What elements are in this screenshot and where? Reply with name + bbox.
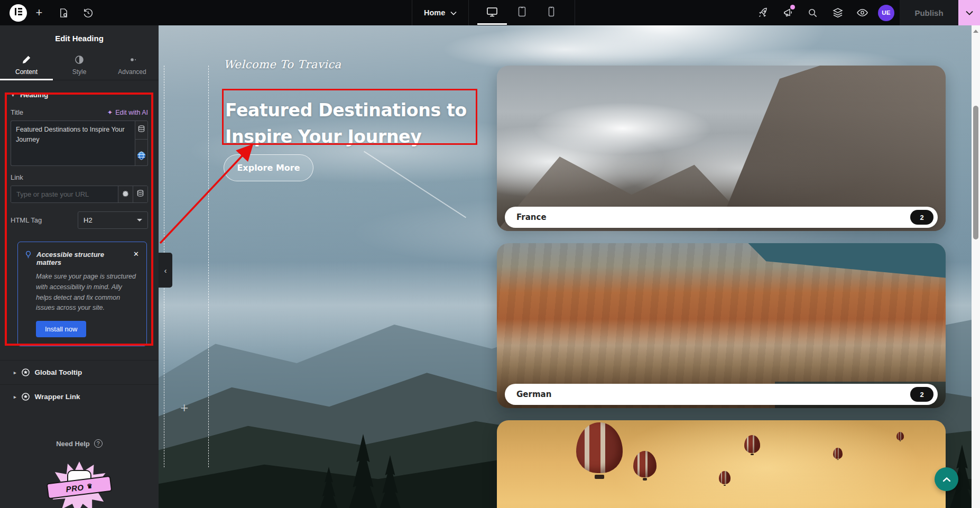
card-label: France [516, 213, 910, 222]
pencil-icon [22, 56, 31, 66]
elementor-editor: + Home [0, 0, 980, 508]
hot-air-balloon [744, 435, 760, 453]
chevron-up-icon [942, 475, 951, 484]
tab-advanced[interactable]: Advanced [106, 51, 159, 80]
panel-collapse-handle[interactable]: ‹ [159, 253, 172, 288]
accordion-global-tooltip[interactable]: ▸ Global Tooltip [0, 360, 159, 384]
panel-title-text: Edit Heading [55, 34, 104, 43]
avatar-initials: UE [882, 10, 891, 16]
scrollbar-thumb[interactable] [973, 106, 978, 239]
lightbulb-icon [24, 251, 32, 261]
device-desktop-button[interactable] [477, 0, 507, 25]
close-icon[interactable]: ✕ [133, 251, 139, 257]
plus-icon: + [36, 6, 43, 20]
notice-header: Accessible structure matters ✕ [24, 251, 139, 266]
editor-panel: Edit Heading Content Style Advanced [0, 25, 159, 508]
count-badge: 2 [910, 210, 933, 225]
globe-icon [137, 151, 146, 162]
explore-more-button[interactable]: Explore More [224, 154, 313, 181]
title-label: Title [11, 108, 23, 116]
notice-body: Make sure your page is structured with a… [36, 272, 140, 313]
top-bar-center: Home [412, 0, 575, 25]
device-mobile-button[interactable] [537, 0, 566, 25]
desktop-icon [486, 7, 498, 19]
accordion-label: Global Tooltip [35, 368, 82, 376]
whats-new-button[interactable] [775, 0, 800, 25]
accordion-wrapper-link[interactable]: ▸ Wrapper Link [0, 384, 159, 409]
question-mark-icon: ? [94, 439, 103, 448]
heading-section-toggle[interactable]: ▼ Heading [11, 91, 148, 99]
hot-air-balloon [633, 451, 657, 477]
page-scrollbar[interactable] [972, 25, 980, 508]
database-icon [138, 125, 145, 135]
user-avatar[interactable]: UE [878, 5, 894, 21]
html-tag-row: HTML Tag H2 [11, 211, 148, 229]
tab-style[interactable]: Style [53, 51, 106, 80]
link-url-input[interactable] [11, 186, 118, 202]
document-name: Home [424, 8, 445, 17]
publish-options-button[interactable] [958, 0, 980, 25]
launch-button[interactable] [751, 0, 775, 25]
card-image-balloons [497, 420, 946, 508]
eyebrow-text[interactable]: Welcome To Travica [224, 58, 341, 71]
top-bar-left: + [10, 0, 100, 25]
html-tag-select[interactable]: H2 [78, 211, 148, 229]
editor-canvas: + ‹ Welcome To Travica Featured Destinat… [159, 25, 972, 508]
device-tablet-button[interactable] [507, 0, 537, 25]
panel-tabs: Content Style Advanced [0, 51, 159, 80]
html-tag-value: H2 [84, 216, 93, 224]
caret-down-icon: ▼ [11, 93, 15, 98]
destination-cards: France 2 German 2 [497, 66, 946, 508]
destination-card-german[interactable]: German 2 [497, 243, 946, 408]
accessibility-notice: Accessible structure matters ✕ Make sure… [17, 242, 147, 346]
publish-button[interactable]: Publish [900, 0, 958, 25]
install-now-button[interactable]: Install now [36, 321, 86, 337]
elementor-menu-button[interactable] [10, 4, 27, 22]
rocket-icon [758, 7, 769, 18]
database-icon [137, 190, 144, 199]
finder-search-button[interactable] [800, 0, 825, 25]
select-caret-icon [137, 219, 142, 221]
page-heading[interactable]: Featured Destinations to Inspire Your Jo… [225, 97, 479, 150]
tab-content[interactable]: Content [0, 51, 53, 80]
search-icon [808, 8, 818, 18]
panel-title: Edit Heading [0, 25, 159, 51]
edit-with-ai-button[interactable]: ✦ Edit with AI [107, 108, 148, 116]
structure-button[interactable] [825, 0, 850, 25]
destination-card-france[interactable]: France 2 [497, 66, 946, 231]
link-field [11, 186, 148, 203]
scrollbar-up-arrow[interactable] [973, 30, 978, 33]
link-label: Link [11, 173, 148, 181]
title-editor: Featured Destinations to Inspire Your Jo… [11, 121, 148, 166]
notification-dot [790, 5, 795, 10]
link-options-button[interactable] [118, 186, 133, 202]
destination-card-balloons[interactable] [497, 420, 946, 508]
history-button[interactable] [76, 0, 100, 25]
notice-title: Accessible structure matters [36, 251, 129, 266]
gear-icon [122, 190, 129, 199]
page-settings-icon [59, 8, 69, 18]
heading-title-textarea[interactable]: Featured Destinations to Inspire Your Jo… [11, 121, 135, 166]
card-label-bar: German 2 [505, 384, 938, 405]
top-bar: + Home [0, 0, 980, 25]
tab-label: Advanced [118, 68, 146, 76]
pro-label: PRO [66, 483, 85, 494]
dynamic-tags-button[interactable] [135, 121, 148, 140]
gear-icon [128, 56, 136, 66]
hot-air-balloon [576, 422, 623, 473]
add-element-button[interactable]: + [27, 0, 51, 25]
add-column-plus-icon: + [180, 400, 188, 416]
preview-button[interactable] [850, 0, 875, 25]
caret-right-icon: ▸ [14, 394, 16, 400]
pro-star-icon [22, 368, 30, 376]
section-label: Heading [20, 91, 48, 99]
document-switcher[interactable]: Home [412, 0, 468, 25]
heading-section: ▼ Heading Title ✦ Edit with AI Featured … [0, 80, 159, 360]
scroll-to-top-button[interactable] [935, 467, 958, 491]
tab-label: Style [72, 68, 87, 76]
tablet-icon [518, 6, 526, 19]
need-help-link[interactable]: Need Help ? [0, 439, 159, 448]
link-dynamic-tags-button[interactable] [133, 186, 147, 202]
browser-extension-button[interactable] [135, 140, 148, 166]
page-settings-button[interactable] [51, 0, 76, 25]
